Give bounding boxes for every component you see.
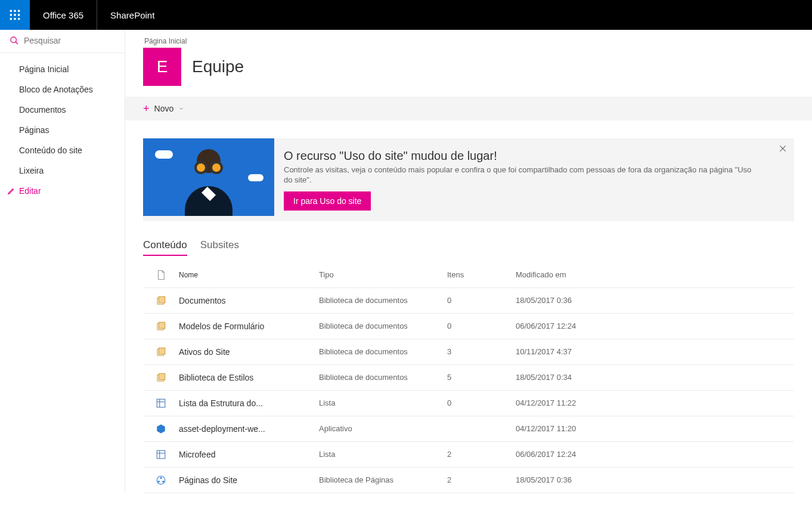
svg-point-30 (162, 481, 164, 483)
row-modified: 04/12/2017 11:22 (516, 398, 794, 407)
row-modified: 18/05/2017 0:36 (516, 475, 794, 484)
site-usage-banner: O recurso "Uso do site" mudou de lugar! … (143, 138, 794, 221)
table-row[interactable]: Páginas do SiteBiblioteca de Páginas218/… (143, 468, 794, 493)
nav-item-site-content[interactable]: Conteúdo do site (0, 140, 125, 160)
svg-rect-5 (18, 14, 20, 16)
search-input[interactable] (24, 36, 116, 45)
row-name[interactable]: Lista da Estrutura do... (179, 398, 319, 408)
table-row[interactable]: MicrofeedLista206/06/2017 12:24 (143, 442, 794, 468)
row-name[interactable]: asset-deployment-we... (179, 424, 319, 434)
nav-item-notebook[interactable]: Bloco de Anotações (0, 79, 125, 100)
row-type: Biblioteca de documentos (319, 373, 447, 382)
row-icon (143, 475, 179, 486)
svg-point-28 (160, 477, 162, 479)
svg-rect-24 (157, 450, 165, 459)
row-name[interactable]: Documentos (179, 296, 319, 305)
row-modified: 06/06/2017 12:24 (516, 450, 794, 459)
row-name[interactable]: Microfeed (179, 450, 319, 459)
svg-rect-18 (159, 348, 165, 354)
search-icon (10, 36, 19, 45)
pencil-icon (7, 187, 16, 195)
nav-edit-label: Editar (19, 186, 41, 196)
tab-subsites[interactable]: Subsites (200, 239, 239, 256)
search-box[interactable] (0, 30, 125, 53)
svg-rect-2 (18, 10, 20, 12)
top-bar: Office 365 SharePoint (0, 0, 812, 30)
svg-rect-20 (159, 373, 165, 380)
nav-edit-link[interactable]: Editar (0, 181, 125, 201)
row-type: Lista (319, 450, 447, 459)
list-icon (156, 449, 166, 460)
row-modified: 18/05/2017 0:34 (516, 373, 794, 382)
row-items: 2 (447, 475, 516, 484)
table-row[interactable]: Biblioteca de EstilosBiblioteca de docum… (143, 365, 794, 391)
banner-text: Controle as visitas, veja o conteúdo mai… (284, 165, 758, 186)
document-library-icon (156, 295, 166, 306)
row-type: Biblioteca de documentos (319, 321, 447, 330)
document-library-icon (156, 321, 166, 332)
row-type: Aplicativo (319, 424, 447, 433)
app-name-link[interactable]: SharePoint (97, 10, 168, 20)
waffle-icon (9, 9, 21, 21)
row-items: 0 (447, 321, 516, 330)
row-name[interactable]: Páginas do Site (179, 475, 319, 485)
col-header-items[interactable]: Itens (447, 270, 516, 279)
nav-item-documents[interactable]: Documentos (0, 100, 125, 120)
svg-rect-7 (14, 18, 16, 20)
row-name[interactable]: Biblioteca de Estilos (179, 373, 319, 382)
app-icon (156, 423, 166, 434)
banner-illustration (143, 138, 274, 216)
svg-rect-6 (10, 18, 12, 20)
row-icon (143, 372, 179, 383)
table-row[interactable]: Lista da Estrutura do...Lista004/12/2017… (143, 391, 794, 416)
col-header-type[interactable]: Tipo (319, 270, 447, 279)
app-launcher-button[interactable] (0, 0, 30, 30)
table-row[interactable]: DocumentosBiblioteca de documentos018/05… (143, 288, 794, 314)
row-modified: 18/05/2017 0:36 (516, 296, 794, 305)
tab-content[interactable]: Conteúdo (143, 239, 187, 256)
col-header-modified[interactable]: Modificado em (516, 270, 794, 279)
svg-rect-4 (14, 14, 16, 16)
plus-icon: + (143, 103, 150, 114)
row-type: Lista (319, 398, 447, 407)
nav-item-home[interactable]: Página Inicial (0, 59, 125, 79)
svg-rect-3 (10, 14, 12, 16)
row-icon (143, 321, 179, 332)
row-icon (143, 295, 179, 306)
svg-rect-21 (157, 399, 165, 407)
svg-line-10 (16, 42, 18, 44)
go-to-site-usage-button[interactable]: Ir para Uso do site (284, 191, 371, 211)
row-modified: 06/06/2017 12:24 (516, 321, 794, 330)
tabs: Conteúdo Subsites (143, 239, 794, 256)
row-modified: 04/12/2017 11:20 (516, 424, 794, 433)
table-row[interactable]: Ativos do SiteBiblioteca de documentos31… (143, 339, 794, 365)
svg-rect-0 (10, 10, 12, 12)
row-items: 2 (447, 450, 516, 459)
svg-point-9 (11, 37, 16, 42)
nav-item-recycle[interactable]: Lixeira (0, 160, 125, 181)
row-icon (143, 449, 179, 460)
row-items: 5 (447, 373, 516, 382)
file-icon (156, 270, 166, 280)
table-row[interactable]: Modelos de FormulárioBiblioteca de docum… (143, 314, 794, 339)
breadcrumb[interactable]: Página Inicial (143, 37, 812, 45)
svg-rect-8 (18, 18, 20, 20)
svg-point-29 (158, 481, 160, 483)
row-name[interactable]: Modelos de Formulário (179, 321, 319, 331)
nav-item-pages[interactable]: Páginas (0, 120, 125, 140)
row-items: 3 (447, 347, 516, 356)
row-name[interactable]: Ativos do Site (179, 347, 319, 357)
content-grid: Nome Tipo Itens Modificado em Documentos… (143, 262, 794, 493)
main: Página Inicial E Equipe + Novo O (125, 30, 812, 493)
site-pages-icon (156, 475, 166, 486)
table-row[interactable]: asset-deployment-we...Aplicativo04/12/20… (143, 416, 794, 442)
row-icon (143, 423, 179, 434)
brand-link[interactable]: Office 365 (30, 0, 97, 30)
col-header-name[interactable]: Nome (179, 271, 319, 279)
svg-rect-14 (159, 296, 165, 303)
banner-close-button[interactable] (779, 144, 787, 155)
row-type: Biblioteca de documentos (319, 296, 447, 305)
sidebar: Página Inicial Bloco de Anotações Docume… (0, 30, 125, 493)
nav: Página Inicial Bloco de Anotações Docume… (0, 53, 125, 207)
new-button[interactable]: + Novo (143, 103, 184, 114)
